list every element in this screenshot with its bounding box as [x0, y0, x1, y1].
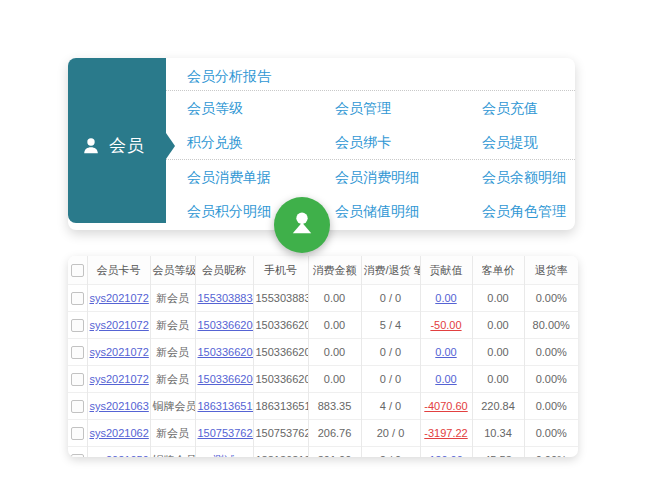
cell-contribution[interactable]: -3197.22: [420, 420, 472, 447]
menu-row: 会员等级会员管理会员充值: [166, 91, 575, 125]
checkbox-cell: [68, 447, 87, 458]
member-icon: [81, 136, 101, 155]
cell-avg-order-value: 0.00: [472, 366, 524, 393]
cell-return-rate: 0.00%: [524, 366, 578, 393]
table-row: sys2021072新会员155303883415530388340.000 /…: [68, 285, 578, 312]
cell-spend-amount: 0.00: [308, 285, 361, 312]
row-checkbox[interactable]: [71, 346, 84, 359]
checkbox-cell: [68, 393, 87, 420]
cell-card-no[interactable]: sys2021072: [87, 366, 150, 393]
cell-return-rate: 80.00%: [524, 312, 578, 339]
table-row: sys2021072新会员150336620015033662000.000 /…: [68, 339, 578, 366]
cell-contribution[interactable]: -50.00: [420, 312, 472, 339]
menu-item[interactable]: 会员储值明细: [335, 194, 482, 228]
menu-row: 积分兑换会员绑卡会员提现: [166, 125, 575, 159]
table-row: sys2021062新会员15075376251507537625206.762…: [68, 420, 578, 447]
sidebar-tab-member[interactable]: 会员: [68, 58, 166, 223]
cell-avg-order-value: 0.00: [472, 285, 524, 312]
col-header-return-rate: 退货率: [524, 256, 578, 285]
member-avatar-badge[interactable]: [274, 197, 330, 253]
cell-phone: 1503366200: [253, 312, 308, 339]
col-header-spend-return-count: 消费/退货 笔: [361, 256, 420, 285]
cell-contribution[interactable]: 0.00: [420, 285, 472, 312]
cell-spend-return-count: 0 / 0: [361, 339, 420, 366]
row-checkbox[interactable]: [71, 319, 84, 332]
cell-contribution[interactable]: 0.00: [420, 366, 472, 393]
cell-phone: 1881363180: [253, 447, 308, 458]
menu-item[interactable]: 积分兑换: [187, 125, 335, 159]
cell-level: 新会员: [150, 339, 195, 366]
menu-row: 会员消费单据会员消费明细会员余额明细: [166, 160, 575, 194]
cell-card-no[interactable]: sys2021059: [87, 447, 150, 458]
cell-nickname[interactable]: 1503366200: [195, 312, 253, 339]
cell-contribution[interactable]: -4070.60: [420, 393, 472, 420]
table-header-row: 会员卡号会员等级会员昵称手机号消费金额消费/退货 笔贡献值客单价退货率: [68, 256, 578, 285]
menu-sections: 会员等级会员管理会员充值积分兑换会员绑卡会员提现会员消费单据会员消费明细会员余额…: [166, 90, 575, 228]
col-header-avg-order-value: 客单价: [472, 256, 524, 285]
cell-card-no[interactable]: sys2021063: [87, 393, 150, 420]
cell-avg-order-value: 10.34: [472, 420, 524, 447]
cell-return-rate: 0.00%: [524, 285, 578, 312]
cell-nickname[interactable]: 1863136519: [195, 393, 253, 420]
cell-nickname[interactable]: 1553038834: [195, 285, 253, 312]
cell-spend-return-count: 20 / 0: [361, 420, 420, 447]
cell-return-rate: 0.00%: [524, 339, 578, 366]
cell-card-no[interactable]: sys2021072: [87, 312, 150, 339]
checkbox-cell: [68, 285, 87, 312]
cell-phone: 1863136519: [253, 393, 308, 420]
cell-card-no[interactable]: sys2021072: [87, 285, 150, 312]
cell-return-rate: 0.00%: [524, 393, 578, 420]
member-table-card: 会员卡号会员等级会员昵称手机号消费金额消费/退货 笔贡献值客单价退货率 sys2…: [68, 256, 578, 457]
table-row: sys2021072新会员150336620015033662000.005 /…: [68, 312, 578, 339]
cell-spend-amount: 391.00: [308, 447, 361, 458]
cell-spend-return-count: 5 / 4: [361, 312, 420, 339]
menu-item[interactable]: 会员充值: [482, 91, 575, 125]
menu-item[interactable]: 会员等级: [187, 91, 335, 125]
cell-nickname[interactable]: 测试: [195, 447, 253, 458]
row-checkbox[interactable]: [71, 292, 84, 305]
col-header-card-no: 会员卡号: [87, 256, 150, 285]
menu-row: 会员积分明细会员储值明细会员角色管理: [166, 194, 575, 228]
table-row: sys2021072新会员150336620015033662000.000 /…: [68, 366, 578, 393]
cell-spend-return-count: 0 / 0: [361, 366, 420, 393]
cell-spend-return-count: 4 / 0: [361, 393, 420, 420]
row-checkbox[interactable]: [71, 400, 84, 413]
table-row: sys2021059铜牌会员测试1881363180391.002 / 0120…: [68, 447, 578, 458]
col-header-contribution: 贡献值: [420, 256, 472, 285]
menu-item[interactable]: 会员角色管理: [482, 194, 575, 228]
checkbox-cell: [68, 366, 87, 393]
cell-spend-amount: 0.00: [308, 312, 361, 339]
cell-spend-return-count: 2 / 0: [361, 447, 420, 458]
menu-item[interactable]: 会员消费单据: [187, 160, 335, 194]
cell-phone: 1503366200: [253, 366, 308, 393]
cell-nickname[interactable]: 1503366200: [195, 339, 253, 366]
cell-level: 铜牌会员: [150, 447, 195, 458]
col-header-level: 会员等级: [150, 256, 195, 285]
cell-level: 新会员: [150, 366, 195, 393]
menu-item[interactable]: 会员消费明细: [335, 160, 482, 194]
menu-item[interactable]: 会员余额明细: [482, 160, 575, 194]
menu-item[interactable]: 会员绑卡: [335, 125, 482, 159]
row-checkbox[interactable]: [71, 373, 84, 386]
cell-return-rate: 0.00%: [524, 447, 578, 458]
cell-spend-amount: 0.00: [308, 366, 361, 393]
checkbox-cell: [68, 339, 87, 366]
cell-phone: 1503366200: [253, 339, 308, 366]
cell-contribution[interactable]: 0.00: [420, 339, 472, 366]
menu-panel: 会员分析报告 会员等级会员管理会员充值积分兑换会员绑卡会员提现会员消费单据会员消…: [166, 58, 575, 230]
cell-card-no[interactable]: sys2021072: [87, 339, 150, 366]
col-header-phone: 手机号: [253, 256, 308, 285]
menu-item[interactable]: 会员管理: [335, 91, 482, 125]
select-all-checkbox[interactable]: [71, 264, 84, 277]
member-table: 会员卡号会员等级会员昵称手机号消费金额消费/退货 笔贡献值客单价退货率 sys2…: [68, 256, 578, 457]
menu-item-analysis-report[interactable]: 会员分析报告: [166, 63, 575, 90]
row-checkbox[interactable]: [71, 427, 84, 440]
cell-nickname[interactable]: 1507537625: [195, 420, 253, 447]
menu-item[interactable]: 会员提现: [482, 125, 575, 159]
cell-contribution[interactable]: 120.00: [420, 447, 472, 458]
cell-level: 新会员: [150, 420, 195, 447]
cell-nickname[interactable]: 1503366200: [195, 366, 253, 393]
cell-card-no[interactable]: sys2021062: [87, 420, 150, 447]
cell-phone: 1507537625: [253, 420, 308, 447]
row-checkbox[interactable]: [71, 454, 84, 458]
